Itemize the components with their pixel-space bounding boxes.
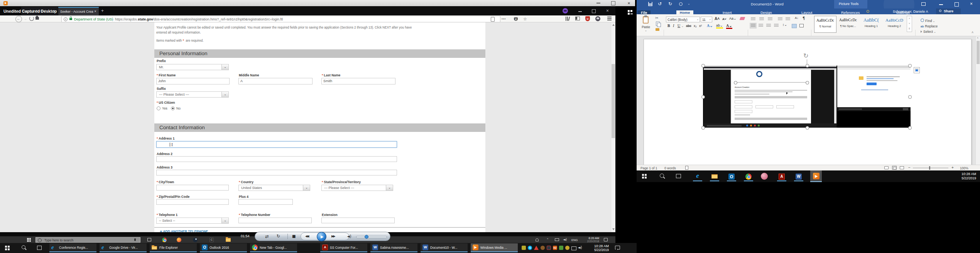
taskbar-icon-word[interactable]: W [794,172,803,181]
selection-handle-n[interactable] [806,64,809,67]
capture-close-button[interactable]: × [627,1,631,5]
ribbon-display-options-icon[interactable] [921,2,926,6]
style-heading1[interactable]: AaBbC( Heading 1 [860,16,882,32]
increase-indent-icon[interactable] [786,17,790,21]
address2-input[interactable] [156,156,397,162]
layout-options-button[interactable] [914,67,920,73]
tray-icon-volume[interactable]: ◄) [578,245,582,250]
zoom-slider-track[interactable] [913,168,948,168]
taskbar-icon-pdf[interactable]: A [777,172,786,181]
selection-handle-nw[interactable] [701,64,705,67]
captured-explorer-icon[interactable] [226,238,231,242]
captured-firefox-icon[interactable] [177,238,181,242]
selection-handle-se[interactable] [908,126,912,130]
suffix-chevron-icon[interactable]: ⌄ [221,92,228,97]
captured-start-icon[interactable] [27,238,31,242]
middle-name-input[interactable] [238,78,313,84]
user-name[interactable]: Schoenauer, Daniele A [893,10,928,13]
address3-input[interactable] [156,170,397,175]
state-select[interactable]: --- Please Select --- ⌄ [321,185,393,191]
volume-thumb[interactable] [365,235,368,239]
prefix-chevron-icon[interactable]: ⌄ [221,64,228,70]
grow-font-icon[interactable]: A˄ [715,17,720,21]
style-no-spacing[interactable]: AaBbCcDc ¶ No Spac... [837,16,859,32]
status-page[interactable]: Page 1 of 1 [640,166,657,170]
volume-icon[interactable]: ◄) [347,234,351,239]
search-icon[interactable] [660,174,664,178]
menu-hamburger-icon[interactable] [607,17,612,20]
rotate-handle-icon[interactable]: ↻ [803,52,808,59]
doc-scrollbar-thumb[interactable] [977,41,980,64]
sort-icon[interactable]: A↓ [795,16,798,20]
borders-icon[interactable] [799,24,804,27]
add-telephone-link[interactable]: + ADD ANOTHER TELEPHONE [160,229,208,232]
shrink-font-icon[interactable]: A˅ [722,17,726,21]
change-case-icon[interactable]: Aa⌄ [729,17,737,20]
suffix-select[interactable]: --- Please Select --- ⌄ [156,91,229,98]
scroll-up-icon[interactable] [612,24,615,26]
telephone-number-input[interactable] [238,218,312,223]
taskbar-icon-outlook[interactable]: O [727,172,736,181]
captured-search-box[interactable]: Type here to search [35,237,140,243]
firefox-restore-button[interactable] [592,9,596,13]
page-scrollbar[interactable] [611,22,615,232]
style-heading2[interactable]: AaBbCcD Heading 2 [884,16,905,32]
extension-input[interactable] [321,218,395,223]
bullets-icon[interactable] [751,17,755,21]
city-input[interactable] [156,185,229,191]
italic-icon[interactable]: I [673,24,674,28]
notification-icon[interactable] [615,246,620,250]
web-layout-icon[interactable] [900,166,904,169]
capture-restore-button[interactable] [611,1,615,5]
font-color-icon[interactable]: A⌄ [726,24,732,29]
taskbar-icon-edge[interactable]: e [693,172,702,181]
volume-track[interactable] [356,236,387,238]
strikethrough-icon[interactable]: abc [686,24,691,28]
taskbar-icon-films[interactable] [761,173,768,180]
taskbar-clock[interactable]: 10:28 AM 5/22/2019 [585,244,609,252]
scrollbar-thumb[interactable] [612,64,615,138]
taskbar-button-chrome[interactable]: New Tab - Googl... [250,243,297,252]
sidebar-icon[interactable] [575,17,580,20]
captured-action-center-icon[interactable] [604,238,608,241]
us-citizen-yes-radio[interactable] [157,106,161,110]
right-taskbar-clock[interactable]: 10:28 AM 5/22/2019 [954,172,976,180]
selection-handle-ne[interactable] [908,64,912,67]
tray-icon-brown[interactable] [541,246,545,250]
selection-handle-e[interactable] [908,95,912,99]
proofing-icon[interactable] [685,166,688,170]
fast-forward-icon[interactable]: ▶▶ [331,234,335,238]
word-minimize-button[interactable] [939,4,943,5]
first-name-input[interactable] [156,78,230,84]
firefox-minimize-button[interactable] [578,11,582,12]
selection-handle-s[interactable] [806,126,809,130]
ghostery-icon[interactable] [595,16,600,21]
page-actions-icon[interactable]: ••• [502,17,506,21]
capture-panel-icon[interactable] [628,10,633,15]
taskbar-button-wmp[interactable]: ▶ Windows Media ... [471,243,518,252]
numbering-icon[interactable] [759,17,764,21]
firefox-close-button[interactable]: × [606,8,609,13]
taskbar-button-conference[interactable]: e Conference Regis... [49,243,96,252]
taskbar-button-document10[interactable]: W Document10 - W... [421,243,468,252]
align-left-icon[interactable] [751,24,755,27]
zoom-in-icon[interactable]: + [951,165,954,170]
new-tab-icon[interactable]: + [101,8,104,13]
select-button[interactable]: Select ⌄ [921,27,936,34]
justify-icon[interactable] [774,24,779,27]
repeat-icon[interactable]: ↻ [277,234,280,239]
firefox-account-icon[interactable] [563,8,568,13]
read-mode-icon[interactable] [884,166,889,169]
stop-icon[interactable]: ■ [292,234,296,239]
collapse-ribbon-icon[interactable]: ˄ [972,30,973,34]
tab-2-close-icon[interactable]: × [94,9,96,14]
captured-tray-network-icon[interactable] [555,238,559,241]
embedded-screenshot[interactable]: Account Creation [703,66,911,128]
zoom-out-icon[interactable]: − [908,165,911,170]
start-button[interactable] [5,246,10,250]
shading-icon[interactable] [792,24,797,28]
status-words[interactable]: 0 words [664,166,676,170]
taskbar-button-pdf[interactable]: A SS Computer For... [320,243,367,252]
tray-icon-shield[interactable] [522,246,526,250]
style-normal[interactable]: AaBbCcDc ¶ Normal [814,16,836,33]
